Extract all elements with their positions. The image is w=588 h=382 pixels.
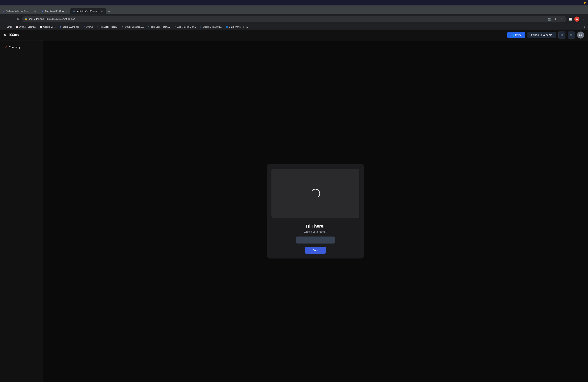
flutter-favicon: <> <box>147 25 150 28</box>
app-logo: ∞ 100ms <box>4 33 19 37</box>
docs-favicon: 📄 <box>40 25 42 28</box>
header-actions: 👥 Invite Schedule a demo </> ✏ ad <box>507 32 584 39</box>
invite-label: Invite <box>515 33 522 37</box>
tab-100ms-video[interactable]: ∞ 100ms - Video conferencing i... ✕ <box>0 8 39 14</box>
edit-icon: ✏ <box>570 33 572 37</box>
bookmark-material3-label: Add Material 3 int... <box>177 26 196 28</box>
invite-icon: 👥 <box>511 33 514 37</box>
tab-close-aadi-app[interactable]: ✕ <box>100 10 104 13</box>
unveiling-favicon: ◆ <box>122 25 124 28</box>
bookmark-material3[interactable]: ● Add Material 3 int... <box>172 25 197 29</box>
bookmark-google-docs-label: Google Docs <box>43 26 56 28</box>
bookmarks-bar: G Gmail 📅 100ms - Calendar 📄 Google Docs… <box>0 24 588 30</box>
bookmark-gmail[interactable]: G Gmail <box>1 25 14 29</box>
bookmark-reliability-label: Reliability - Test c... <box>100 26 118 28</box>
tab-favicon-100ms-video: ∞ <box>2 10 5 12</box>
logo-text: 100ms <box>8 33 19 37</box>
main-content: Hi There! What's your name? Join <box>43 41 588 382</box>
bookmarks-overflow-btn[interactable]: » <box>583 24 587 29</box>
chrome-tabs-bar: ∞ 100ms - Video conferencing i... ✕ ◉ Da… <box>0 5 588 14</box>
schedule-demo-button[interactable]: Schedule a demo <box>527 32 556 38</box>
cal-favicon: 📅 <box>16 25 19 28</box>
user-avatar[interactable]: ad <box>577 32 584 39</box>
loading-spinner <box>311 189 320 198</box>
tab-close-100ms-video[interactable]: ✕ <box>33 10 37 13</box>
bookmark-100ms-cal[interactable]: 📅 100ms - Calendar <box>14 25 38 29</box>
bookmark-star-btn[interactable]: ☆ <box>559 17 564 21</box>
bookmark-chris[interactable]: 👤 Chris Kranky - Foll... <box>224 25 250 29</box>
chrome-profile-avatar[interactable]: A <box>574 17 579 21</box>
bookmark-aadis-100ms-label: aadi's 100ms app <box>63 26 79 28</box>
aadis-favicon: ◉ <box>59 25 62 28</box>
edit-button[interactable]: ✏ <box>568 32 575 39</box>
bookmark-unveiling-label: Unveiling Material... <box>125 26 144 28</box>
tab-title-100ms-video: 100ms - Video conferencing i... <box>6 10 32 12</box>
tab-close-dashboard[interactable]: ✕ <box>65 10 68 13</box>
company-star-icon: ✳ <box>4 45 7 49</box>
bookmark-100ms[interactable]: ∞ 100ms <box>81 25 94 29</box>
forward-button[interactable]: → <box>9 17 14 21</box>
chrome-menu-btn[interactable]: ⋮ <box>581 17 586 22</box>
bookmark-chris-label: Chris Kranky - Foll... <box>229 26 249 28</box>
tab-title-aadi-app: aadi-video's 100ms app <box>77 10 99 12</box>
preview-card: Hi There! What's your name? Join <box>267 164 364 258</box>
join-button[interactable]: Join <box>305 247 326 254</box>
bookmark-flutter[interactable]: <> Take your Flutter a... <box>146 25 172 29</box>
tab-favicon-dashboard: ◉ <box>41 10 44 12</box>
name-input[interactable] <box>296 236 335 244</box>
os-bar <box>0 0 588 5</box>
tab-aadi-app[interactable]: ◉ aadi-video's 100ms app ✕ <box>70 8 106 14</box>
new-tab-button[interactable]: + <box>106 9 112 14</box>
lock-icon: 🔒 <box>24 18 27 21</box>
material3-favicon: ● <box>174 25 177 28</box>
bookmark-flutter-label: Take your Flutter a... <box>151 26 170 28</box>
bookmark-gmail-label: Gmail <box>7 26 12 28</box>
address-bar[interactable]: 🔒 aadi-video.app.100ms.live/preview/stj-… <box>22 16 566 22</box>
tab-title-dashboard: Dashboard | 100ms <box>45 10 64 12</box>
bookmark-webrtc[interactable]: ◎ WebRTC in a nuts... <box>198 25 224 29</box>
chrome-address-bar: ← → ↻ 🔒 aadi-video.app.100ms.live/previe… <box>0 14 588 24</box>
sidebar-company[interactable]: ✳ Company <box>2 43 40 51</box>
logo-infinity-icon: ∞ <box>4 33 7 37</box>
code-button[interactable]: </> <box>558 32 566 39</box>
address-bar-actions: 📷 ⬆ ☆ <box>547 17 564 21</box>
sidebar: ✳ Company <box>0 41 43 382</box>
bookmark-aadis-100ms[interactable]: ◉ aadi's 100ms app <box>58 25 81 29</box>
extension-btn[interactable]: ⬜ <box>568 17 573 21</box>
bookmark-reliability[interactable]: N Reliability - Test c... <box>95 25 120 29</box>
whats-your-name-label: What's your name? <box>304 230 327 233</box>
reliability-favicon: N <box>96 25 99 28</box>
tab-dashboard[interactable]: ◉ Dashboard | 100ms ✕ <box>39 8 70 14</box>
app-body: ✳ Company Hi There! What's your name? Jo… <box>0 41 588 382</box>
camera-btn[interactable]: 📷 <box>547 17 552 21</box>
back-button[interactable]: ← <box>2 17 7 21</box>
app-header: ∞ 100ms 👥 Invite Schedule a demo </> ✏ a… <box>0 30 588 41</box>
bookmark-100ms-label: 100ms <box>86 26 93 28</box>
code-icon: </> <box>560 33 564 37</box>
tab-favicon-aadi-app: ◉ <box>73 10 75 12</box>
bookmark-100ms-cal-label: 100ms - Calendar <box>19 26 36 28</box>
bookmark-google-docs[interactable]: 📄 Google Docs <box>38 25 57 29</box>
100ms-favicon: ∞ <box>83 25 85 28</box>
video-preview-area <box>272 169 359 218</box>
reload-button[interactable]: ↻ <box>16 17 21 21</box>
invite-button[interactable]: 👥 Invite <box>507 32 525 38</box>
webrtc-favicon: ◎ <box>199 25 202 28</box>
bookmark-unveiling[interactable]: ◆ Unveiling Material... <box>120 25 146 29</box>
company-name: Company <box>9 46 21 49</box>
url-text: aadi-video.app.100ms.live/preview/stj-lc… <box>29 18 546 21</box>
gmail-favicon: G <box>3 25 6 28</box>
schedule-label: Schedule a demo <box>531 33 552 37</box>
os-notification-dot <box>584 2 586 4</box>
hi-there-text: Hi There! <box>306 224 325 229</box>
share-btn[interactable]: ⬆ <box>553 17 558 21</box>
bookmark-webrtc-label: WebRTC in a nuts... <box>203 26 222 28</box>
chris-favicon: 👤 <box>226 25 228 28</box>
